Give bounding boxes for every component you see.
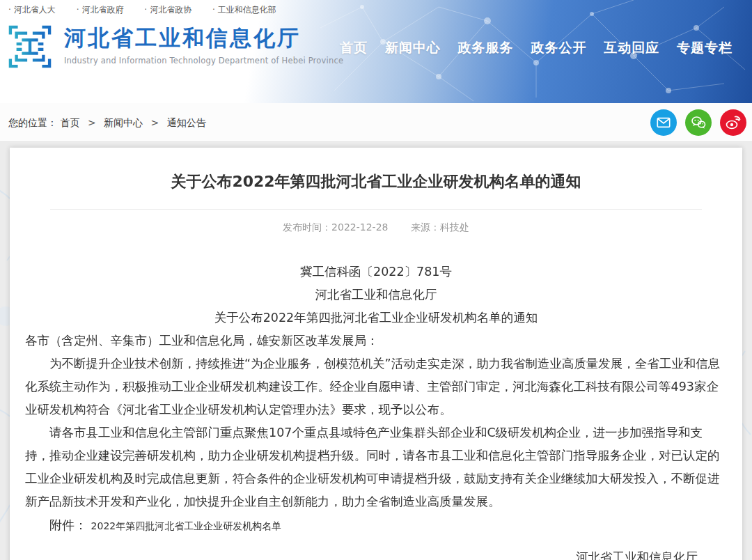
title-divider — [50, 209, 702, 210]
doc-number: 冀工信科函〔2022〕781号 — [25, 260, 727, 283]
source: 来源：科技处 — [411, 221, 469, 233]
document-body: 冀工信科函〔2022〕781号 河北省工业和信息化厅 关于公布2022年第四批河… — [25, 260, 727, 560]
site-subtitle: Industry and Information Technology Depa… — [64, 56, 343, 65]
breadcrumb-separator: > — [88, 117, 96, 128]
breadcrumb-bar: 您的位置： 首页 > 新闻中心 > 通知公告 — [0, 103, 752, 142]
nav-item-interaction[interactable]: 互动回应 — [604, 39, 659, 57]
wechat-icon[interactable] — [685, 109, 712, 136]
content-area: 关于公布2022年第四批河北省工业企业研发机构名单的通知 发布时间：2022-1… — [0, 142, 752, 560]
doc-paragraph: 请各市县工业和信息化主管部门重点聚焦107个重点县域特色产业集群头部企业和C级研… — [25, 421, 727, 513]
breadcrumb-label: 您的位置： — [8, 117, 57, 128]
site-title: 河北省工业和信息化厅 — [64, 25, 343, 50]
doc-paragraph: 为不断提升企业技术创新，持续推进“为企业服务，创模范机关”活动走实走深，助力我省… — [25, 352, 727, 421]
breadcrumb-item-home[interactable]: 首页 — [60, 117, 79, 128]
top-link-zhengxie[interactable]: ·河北省政协 — [144, 5, 191, 15]
share-buttons — [650, 109, 746, 136]
nav-item-topics[interactable]: 专题专栏 — [677, 39, 733, 57]
article-card: 关于公布2022年第四批河北省工业企业研发机构名单的通知 发布时间：2022-1… — [10, 148, 742, 560]
attachment-link[interactable]: 2022年第四批河北省工业企业研发机构名单 — [91, 520, 282, 531]
top-link-miit[interactable]: ·工业和信息化部 — [212, 5, 276, 15]
bullet-icon: · — [77, 5, 79, 15]
bullet-icon: · — [144, 5, 147, 15]
nav-item-news[interactable]: 新闻中心 — [385, 39, 441, 57]
publish-date: 发布时间：2022-12-28 — [283, 221, 388, 233]
breadcrumb-separator: > — [151, 117, 159, 128]
breadcrumb-item-notices[interactable]: 通知公告 — [167, 117, 206, 128]
breadcrumb: 您的位置： 首页 > 新闻中心 > 通知公告 — [8, 103, 206, 142]
top-links-bar: ·河北省人大 ·河北省政府 ·河北省政协 ·工业和信息化部 — [0, 0, 752, 20]
article-title: 关于公布2022年第四批河北省工业企业研发机构名单的通知 — [25, 171, 727, 192]
top-link-zhengfu[interactable]: ·河北省政府 — [77, 5, 124, 15]
bullet-icon: · — [8, 5, 11, 15]
nav-item-home[interactable]: 首页 — [340, 39, 368, 57]
nav-item-services[interactable]: 政务服务 — [458, 39, 514, 57]
breadcrumb-item-news[interactable]: 新闻中心 — [104, 117, 143, 128]
doc-salutation: 各市（含定州、辛集市）工业和信息化局，雄安新区改革发展局： — [25, 329, 727, 352]
main-nav: 首页 新闻中心 政务服务 政务公开 互动回应 专题专栏 — [340, 39, 733, 57]
attachment-line: 附件： 2022年第四批河北省工业企业研发机构名单 — [25, 513, 727, 538]
bullet-icon: · — [212, 5, 215, 15]
department-logo-icon — [8, 25, 52, 68]
doc-signature: 河北省工业和信息化厅 — [25, 546, 727, 560]
doc-title: 关于公布2022年第四批河北省工业企业研发机构名单的通知 — [25, 306, 727, 329]
top-link-renda[interactable]: ·河北省人大 — [8, 5, 56, 15]
mail-icon[interactable] — [650, 109, 677, 136]
site-brand[interactable]: 河北省工业和信息化厅 Industry and Information Tech… — [8, 25, 343, 68]
weibo-icon[interactable] — [720, 109, 746, 136]
header-banner: ·河北省人大 ·河北省政府 ·河北省政协 ·工业和信息化部 河北省工业和信息化厅… — [0, 0, 752, 103]
article-meta: 发布时间：2022-12-28 来源：科技处 — [25, 221, 727, 234]
nav-item-disclosure[interactable]: 政务公开 — [531, 39, 586, 57]
doc-issuer: 河北省工业和信息化厅 — [25, 283, 727, 306]
attachment-label: 附件： — [49, 518, 87, 532]
